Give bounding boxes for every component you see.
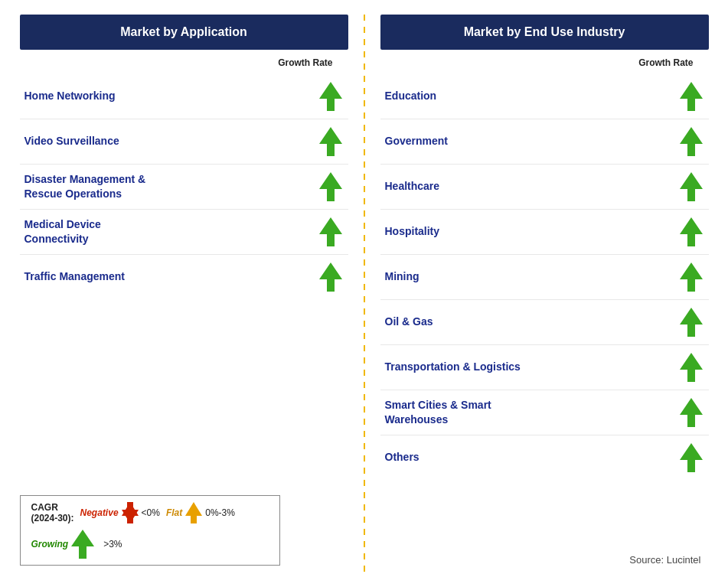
svg-marker-13 — [680, 263, 703, 292]
up-arrow-icon — [680, 217, 703, 246]
left-row-item: Home Networking — [20, 74, 348, 119]
left-item-label: Medical DeviceConnectivity — [24, 217, 319, 246]
right-item-label: Hospitality — [385, 224, 680, 239]
negative-arrow-icon — [122, 502, 139, 523]
svg-marker-3 — [319, 217, 342, 246]
growing-arrow-icon — [71, 530, 94, 559]
up-arrow-icon — [680, 263, 703, 292]
right-row-item: Education — [380, 74, 709, 119]
left-row-item: Medical DeviceConnectivity — [20, 210, 348, 255]
flat-label: Flat — [166, 507, 182, 518]
divider — [364, 15, 365, 573]
svg-marker-6 — [122, 502, 139, 523]
svg-marker-16 — [680, 398, 703, 427]
left-panel: Market by Application Growth Rate Home N… — [12, 15, 356, 573]
svg-marker-2 — [319, 172, 342, 201]
legend-negative: Negative <0% — [80, 502, 160, 523]
up-arrow-icon — [319, 127, 342, 156]
right-item-label: Smart Cities & SmartWarehouses — [385, 398, 680, 427]
svg-marker-9 — [680, 82, 703, 111]
right-row-item: Healthcare — [380, 165, 709, 210]
left-row-item: Disaster Management &Rescue Operations — [20, 165, 348, 210]
right-item-label: Education — [385, 89, 680, 103]
right-item-label: Mining — [385, 269, 680, 284]
left-item-label: Disaster Management &Rescue Operations — [24, 172, 319, 201]
left-item-label: Video Surveillance — [24, 134, 319, 148]
main-container: Market by Application Growth Rate Home N… — [12, 15, 717, 573]
up-arrow-icon — [319, 217, 342, 246]
up-arrow-icon — [319, 82, 342, 111]
negative-label: Negative — [80, 507, 119, 518]
left-panel-content: Home Networking Video Surveillance Disas… — [20, 74, 348, 488]
left-panel-header: Market by Application — [20, 15, 348, 50]
legend-flat: Flat 0%-3% — [166, 502, 235, 523]
left-item-label: Home Networking — [24, 89, 319, 103]
right-item-label: Healthcare — [385, 179, 680, 194]
up-arrow-icon — [319, 263, 342, 292]
growing-label: Growing — [31, 539, 69, 549]
svg-marker-14 — [680, 308, 703, 337]
left-growth-rate-label: Growth Rate — [20, 57, 348, 68]
right-growth-rate-label: Growth Rate — [380, 57, 709, 68]
svg-marker-8 — [71, 530, 94, 559]
up-arrow-icon — [319, 172, 342, 201]
right-item-label: Government — [385, 134, 680, 148]
growing-range: >3% — [103, 539, 122, 549]
cagr-label: CAGR(2024-30): — [31, 502, 74, 523]
up-arrow-icon — [680, 82, 703, 111]
right-row-item: Hospitality — [380, 210, 709, 255]
left-item-label: Traffic Management — [24, 269, 319, 284]
right-row-item: Oil & Gas — [380, 300, 709, 345]
right-panel-content: Education Government Healthcare Hospital… — [380, 74, 709, 554]
left-row-item: Video Surveillance — [20, 119, 348, 165]
up-arrow-icon — [680, 127, 703, 156]
right-row-item: Others — [380, 435, 709, 480]
left-row-item: Traffic Management — [20, 255, 348, 299]
up-arrow-icon — [680, 443, 703, 472]
svg-marker-4 — [319, 263, 342, 292]
up-arrow-icon — [680, 353, 703, 382]
right-panel-header: Market by End Use Industry — [380, 15, 709, 50]
legend-section: CAGR(2024-30): Negative <0% Flat 0%-3% — [20, 495, 348, 573]
right-row-item: Transportation & Logistics — [380, 345, 709, 390]
flat-arrow-icon — [185, 502, 202, 523]
right-item-label: Transportation & Logistics — [385, 360, 680, 374]
up-arrow-icon — [680, 172, 703, 201]
svg-marker-15 — [680, 353, 703, 382]
right-items-list: Education Government Healthcare Hospital… — [380, 74, 709, 480]
svg-marker-12 — [680, 217, 703, 246]
negative-range: <0% — [142, 507, 160, 518]
left-items-list: Home Networking Video Surveillance Disas… — [20, 74, 348, 299]
svg-marker-11 — [680, 172, 703, 201]
svg-marker-0 — [319, 82, 342, 111]
right-row-item: Government — [380, 119, 709, 165]
up-arrow-icon — [680, 398, 703, 427]
right-row-item: Mining — [380, 255, 709, 300]
legend-growing: Growing >3% — [31, 530, 122, 559]
right-panel: Market by End Use Industry Growth Rate E… — [373, 15, 717, 573]
right-item-label: Oil & Gas — [385, 315, 680, 329]
svg-marker-7 — [185, 502, 202, 523]
right-item-label: Others — [385, 450, 680, 465]
source-label: Source: Lucintel — [380, 554, 709, 573]
up-arrow-icon — [680, 308, 703, 337]
svg-marker-17 — [680, 443, 703, 472]
svg-marker-10 — [680, 127, 703, 156]
flat-range: 0%-3% — [205, 507, 235, 518]
legend-box: CAGR(2024-30): Negative <0% Flat 0%-3% — [20, 495, 280, 566]
right-row-item: Smart Cities & SmartWarehouses — [380, 390, 709, 435]
svg-marker-1 — [319, 127, 342, 156]
